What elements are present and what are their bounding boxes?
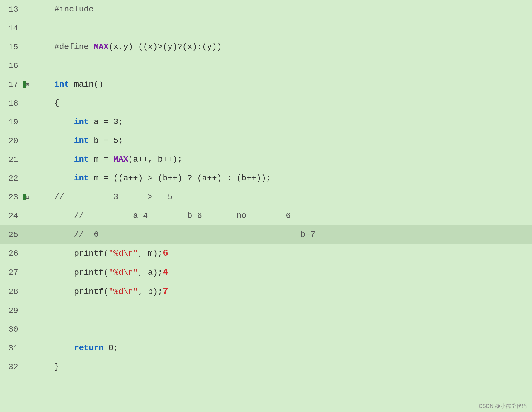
keyword: int (74, 155, 89, 164)
comment: // a=4 b=6 no 6 (74, 211, 290, 220)
line-number: 25 (0, 230, 23, 239)
code-line: 19 int a = 3; (0, 113, 532, 131)
code-text: main() (69, 80, 104, 89)
code-text: } (54, 362, 59, 371)
line-number: 16 (0, 61, 23, 70)
code-content: int m = ((a++) > (b++) ? (a++) : (b++)); (32, 169, 532, 188)
line-number: 14 (0, 24, 23, 33)
code-line: 16 (0, 56, 532, 75)
code-text: (a++, b++); (128, 155, 182, 164)
code-content: int main() (32, 75, 532, 94)
code-line: 27 printf("%d\n", a);4 (0, 263, 532, 282)
code-text: , b); (138, 287, 163, 296)
green-bar (23, 194, 26, 200)
line-number: 18 (0, 99, 23, 108)
code-text: { (54, 99, 59, 108)
line-number: 15 (0, 43, 23, 52)
code-content: printf("%d\n", a);4 (32, 263, 532, 282)
watermark: CSDN @小糯学代码 (479, 403, 527, 410)
code-container: 13 #include 1415 #define MAX(x,y) ((x)>(… (0, 0, 532, 412)
code-text: 0; (103, 343, 118, 352)
collapse-icon[interactable]: ⊟ (26, 81, 29, 88)
line-number: 22 (0, 174, 23, 183)
code-content: printf("%d\n", b);7 (32, 282, 532, 301)
code-line: 25 // 6 b=7 (0, 225, 532, 244)
green-bar (23, 81, 26, 88)
line-number: 29 (0, 306, 23, 315)
line-number: 31 (0, 344, 23, 353)
line-number: 27 (0, 268, 23, 277)
code-content: int a = 3; (32, 113, 532, 131)
string: "%d\n" (108, 287, 138, 296)
macro: MAX (113, 155, 128, 164)
code-line: 15 #define MAX(x,y) ((x)>(y)?(x):(y)) (0, 38, 532, 56)
string: "%d\n" (108, 268, 138, 277)
code-line: 13 #include (0, 0, 532, 19)
code-text: printf( (74, 268, 108, 277)
code-content: int m = MAX(a++, b++); (32, 150, 532, 169)
code-text: m = (89, 155, 113, 164)
annotation: 4 (163, 267, 168, 278)
line-number: 13 (0, 5, 23, 14)
code-content: // 6 b=7 (32, 225, 532, 244)
comment: // 6 b=7 (74, 230, 315, 239)
line-number: 20 (0, 136, 23, 145)
code-line: 18 { (0, 94, 532, 113)
keyword: int (74, 117, 89, 126)
gutter: ⊟ (23, 81, 32, 88)
line-number: 28 (0, 287, 23, 296)
code-content: printf("%d\n", m);6 (32, 244, 532, 263)
keyword: int (74, 174, 89, 183)
string: "%d\n" (108, 249, 138, 258)
code-line: 14 (0, 19, 532, 38)
annotation: 6 (163, 248, 168, 259)
collapse-icon[interactable]: ⊟ (26, 194, 29, 200)
directive: #include (54, 5, 98, 14)
code-text: (x,y) ((x)>(y)?(x):(y)) (108, 42, 222, 51)
keyword: return (74, 343, 103, 352)
code-line: 17⊟ int main() (0, 75, 532, 94)
code-content: int b = 5; (32, 131, 532, 150)
code-content: } (32, 357, 532, 376)
code-content: return 0; (32, 339, 532, 357)
macro: MAX (94, 42, 108, 51)
code-line: 32 } (0, 357, 532, 376)
code-line: 22 int m = ((a++) > (b++) ? (a++) : (b++… (0, 169, 532, 188)
gutter: ⊟ (23, 194, 32, 200)
line-number: 26 (0, 249, 23, 258)
code-line: 26 printf("%d\n", m);6 (0, 244, 532, 263)
code-line: 29 (0, 301, 532, 320)
line-number: 30 (0, 325, 23, 334)
code-content: // a=4 b=6 no 6 (32, 206, 532, 225)
line-number: 21 (0, 155, 23, 164)
code-text: a = 3; (89, 117, 123, 126)
code-content: { (32, 94, 532, 113)
code-text: printf( (74, 287, 108, 296)
code-line: 21 int m = MAX(a++, b++); (0, 150, 532, 169)
line-number: 17 (0, 80, 23, 89)
code-line: 28 printf("%d\n", b);7 (0, 282, 532, 301)
code-text: m = ((a++) > (b++) ? (a++) : (b++)); (89, 174, 271, 183)
code-text: b = 5; (89, 136, 123, 145)
line-number: 24 (0, 211, 23, 221)
code-line: 20 int b = 5; (0, 131, 532, 150)
directive: #define (54, 42, 94, 51)
code-line: 23⊟ // 3 > 5 (0, 188, 532, 206)
code-text: , m); (138, 249, 163, 258)
line-number: 32 (0, 362, 23, 372)
code-text: printf( (74, 249, 108, 258)
line-number: 23 (0, 193, 23, 202)
annotation: 7 (163, 286, 168, 297)
code-content: // 3 > 5 (32, 188, 532, 206)
code-line: 31 return 0; (0, 339, 532, 357)
line-number: 19 (0, 118, 23, 127)
keyword: int (54, 80, 69, 89)
comment: // 3 > 5 (54, 192, 172, 201)
keyword: int (74, 136, 89, 145)
code-content: #define MAX(x,y) ((x)>(y)?(x):(y)) (32, 38, 532, 56)
code-line: 24 // a=4 b=6 no 6 (0, 206, 532, 225)
code-line: 30 (0, 320, 532, 339)
code-content: #include (32, 0, 532, 19)
code-text: , a); (138, 268, 163, 277)
